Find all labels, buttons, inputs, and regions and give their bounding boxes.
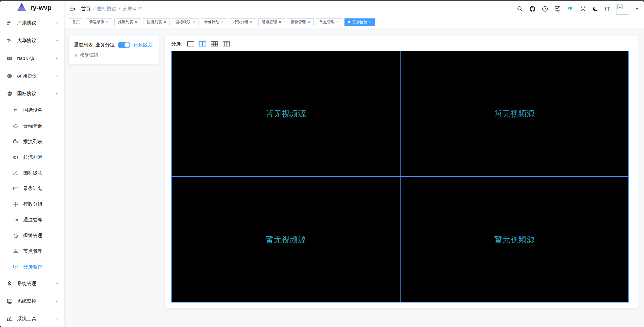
tag-split-monitor[interactable]: 分屏监控× bbox=[344, 18, 375, 26]
chevron-down-icon bbox=[55, 317, 59, 321]
sidebar-item-node-mgmt[interactable]: 节点管理 bbox=[0, 243, 64, 259]
navbar-right-tools: ? tT bbox=[516, 3, 639, 15]
sidebar-item-label: 国标协议 bbox=[17, 90, 55, 97]
split-1-button[interactable] bbox=[186, 40, 195, 47]
tag-label: 国标级联 bbox=[176, 20, 191, 24]
window-top-edge bbox=[0, 0, 644, 1]
breadcrumb-home[interactable]: 首页 bbox=[81, 6, 91, 12]
tag-alarm-mgmt[interactable]: 报警管理× bbox=[287, 18, 314, 26]
tag-admin-group[interactable]: 行政分组× bbox=[230, 18, 256, 26]
chevron-down-icon bbox=[55, 56, 59, 60]
split-16-button[interactable] bbox=[222, 40, 231, 47]
sidebar-item-system-mgmt[interactable]: ⚙ 系统管理 bbox=[0, 275, 64, 292]
close-icon[interactable]: × bbox=[106, 20, 109, 24]
split-9-button[interactable] bbox=[210, 40, 219, 47]
sidebar-item-label: 大华协议 bbox=[17, 37, 55, 44]
sidebar-fold-icon[interactable] bbox=[69, 6, 76, 12]
split-4-button[interactable] bbox=[198, 40, 207, 47]
toggle-knob bbox=[125, 42, 130, 47]
admin-region-label[interactable]: 行政区划 bbox=[133, 42, 153, 48]
video-cell-3[interactable]: 暂无视频源 bbox=[172, 177, 400, 302]
font-size-icon[interactable]: tT bbox=[605, 6, 610, 12]
push-stream-camera-icon bbox=[13, 139, 19, 145]
main-column: 首页 / 国标协议 / 分屏监控 ? bbox=[64, 1, 644, 327]
channel-list-title: 通道列表 bbox=[74, 42, 93, 48]
app-logo[interactable]: ry-wvp bbox=[0, 1, 64, 14]
sidebar-item-system-monitor[interactable]: 系统监控 bbox=[0, 292, 64, 310]
avatar[interactable] bbox=[616, 3, 629, 15]
sidebar-item-record-plan[interactable]: 录像计划 bbox=[0, 181, 64, 196]
sidebar-item-label: onvif协议 bbox=[17, 73, 55, 79]
chevron-down-icon bbox=[55, 21, 59, 25]
sidebar-item-onvif[interactable]: Onvif onvif协议 bbox=[0, 67, 64, 85]
sidebar-item-label: 国标设备 bbox=[23, 107, 59, 114]
caret-right-icon[interactable] bbox=[75, 54, 78, 57]
close-icon[interactable]: × bbox=[336, 20, 339, 24]
avatar-caret-down-icon[interactable] bbox=[635, 8, 639, 10]
sidebar-item-label: 云端录像 bbox=[23, 123, 59, 129]
github-icon[interactable] bbox=[529, 6, 536, 12]
close-icon[interactable]: × bbox=[135, 20, 137, 24]
close-icon[interactable]: × bbox=[308, 20, 310, 24]
chevron-down-icon bbox=[55, 39, 59, 43]
close-icon[interactable]: × bbox=[279, 20, 281, 24]
sidebar: ry-wvp 海康协议 大华协议 RTSP r bbox=[0, 1, 64, 327]
sidebar-item-label: 报警管理 bbox=[23, 232, 59, 239]
tree-mode-toggle[interactable] bbox=[118, 42, 130, 48]
tree-node-root[interactable]: 根资源组 bbox=[74, 52, 154, 58]
sidebar-item-label: 海康协议 bbox=[17, 20, 55, 26]
tag-pull-stream[interactable]: 拉流列表× bbox=[143, 18, 170, 26]
close-icon[interactable]: × bbox=[221, 20, 224, 24]
close-icon[interactable]: × bbox=[192, 20, 195, 24]
window-bottom-left-corner bbox=[0, 325, 4, 327]
close-icon[interactable]: × bbox=[369, 20, 371, 24]
screen-chart-icon[interactable] bbox=[554, 6, 561, 12]
sidebar-item-gb-cascade[interactable]: 国标级联 bbox=[0, 165, 64, 181]
no-video-text: 暂无视频源 bbox=[265, 234, 306, 245]
tag-record-plan[interactable]: 录像计划× bbox=[201, 18, 227, 26]
sidebar-item-label: 节点管理 bbox=[23, 248, 59, 255]
breadcrumb-separator: / bbox=[119, 6, 120, 12]
fullscreen-icon[interactable] bbox=[580, 6, 586, 12]
video-cell-2[interactable]: 暂无视频源 bbox=[401, 51, 629, 176]
sidebar-item-split-monitor[interactable]: 分屏监控 bbox=[0, 259, 64, 275]
brand-logo-icon[interactable] bbox=[567, 6, 574, 12]
breadcrumb-gb-protocol: 国标协议 bbox=[97, 6, 116, 12]
dark-mode-moon-icon[interactable] bbox=[592, 6, 599, 12]
sidebar-item-alarm-mgmt[interactable]: 报警管理 bbox=[0, 228, 64, 243]
close-icon[interactable]: × bbox=[250, 20, 253, 24]
help-icon[interactable]: ? bbox=[542, 6, 548, 12]
sidebar-item-hikvision[interactable]: 海康协议 bbox=[0, 14, 64, 32]
tag-cloud-record[interactable]: 云端录像× bbox=[86, 18, 112, 26]
sidebar-item-rtsp[interactable]: RTSP rtsp协议 bbox=[0, 49, 64, 67]
tag-channel-mgmt[interactable]: 通道管理× bbox=[258, 18, 285, 26]
breadcrumb: 首页 / 国标协议 / 分屏监控 bbox=[81, 6, 142, 12]
video-cell-1[interactable]: 暂无视频源 bbox=[172, 51, 400, 176]
tag-push-stream[interactable]: 推流列表× bbox=[114, 18, 141, 26]
business-group-label[interactable]: 业务分组 bbox=[95, 42, 115, 48]
close-icon[interactable]: × bbox=[164, 20, 166, 24]
tag-gb-cascade[interactable]: 国标级联× bbox=[172, 18, 199, 26]
video-cell-4[interactable]: 暂无视频源 bbox=[401, 177, 629, 302]
no-video-text: 暂无视频源 bbox=[494, 108, 535, 119]
sidebar-item-system-tools[interactable]: 系统工具 bbox=[0, 310, 64, 327]
svg-text:Onvif: Onvif bbox=[8, 75, 11, 77]
sidebar-item-channel-mgmt[interactable]: 通道管理 bbox=[0, 212, 64, 228]
sidebar-item-label: 通道管理 bbox=[23, 217, 59, 223]
tag-node-mgmt[interactable]: 节点管理× bbox=[316, 18, 342, 26]
sidebar-item-admin-group[interactable]: 行政分组 bbox=[0, 196, 64, 212]
sidebar-item-dahua[interactable]: 大华协议 bbox=[0, 32, 64, 49]
sidebar-item-gb-device[interactable]: 国标设备 bbox=[0, 103, 64, 118]
sidebar-item-gb-protocol[interactable]: GB 国标协议 bbox=[0, 85, 64, 103]
split-monitor-card: 分屏: 暂无视频源 暂无视频源 bbox=[165, 36, 638, 308]
tag-home[interactable]: 首页 bbox=[69, 18, 83, 26]
sidebar-item-cloud-record[interactable]: 云端录像 bbox=[0, 118, 64, 134]
chevron-down-icon bbox=[55, 299, 59, 303]
tag-label: 通道管理 bbox=[262, 20, 277, 24]
search-icon[interactable] bbox=[516, 6, 523, 12]
sidebar-item-push-stream[interactable]: 推流列表 bbox=[0, 134, 64, 149]
sidebar-item-pull-stream[interactable]: 拉流列表 bbox=[0, 149, 64, 165]
sidebar-submenu-gb: 国标设备 云端录像 推流列表 bbox=[0, 103, 64, 275]
move-arrows-icon bbox=[13, 201, 19, 207]
active-dot bbox=[348, 21, 350, 23]
